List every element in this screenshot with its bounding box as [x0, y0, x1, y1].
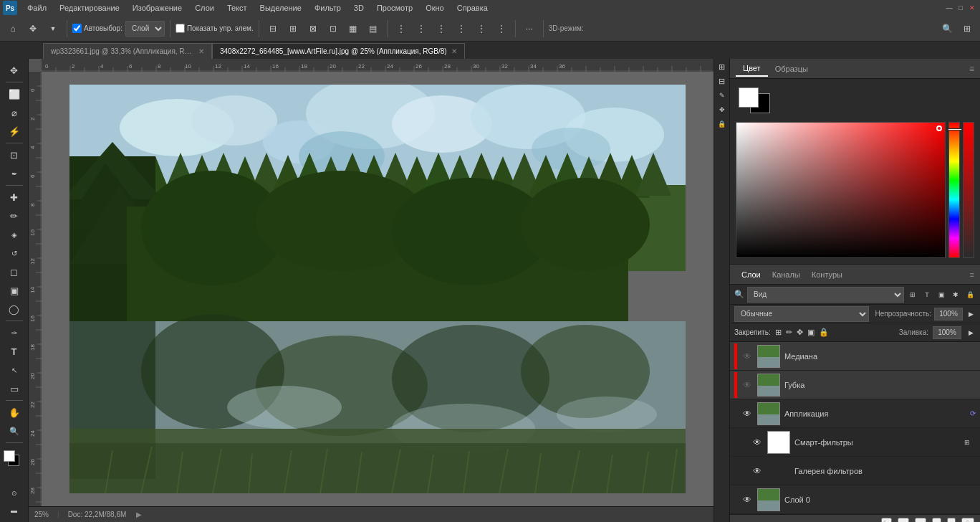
layers-panel-menu[interactable]: ≡: [970, 270, 974, 279]
menu-help[interactable]: Справка: [451, 2, 494, 14]
lock-pixels-icon[interactable]: ⊞: [775, 328, 782, 337]
distribute-3-icon[interactable]: ⋮: [433, 20, 450, 37]
tab-1[interactable]: wp3323661.jpg @ 33,3% (Аппликация, RGB/8…: [43, 43, 212, 59]
filter-icon-4[interactable]: ✱: [950, 289, 961, 300]
shape-tool[interactable]: ▭: [4, 380, 25, 397]
align-top-icon[interactable]: ⊡: [325, 20, 342, 37]
transform-checkbox[interactable]: [176, 24, 185, 33]
distribute-6-icon[interactable]: ⋮: [493, 20, 510, 37]
screen-mode-tool[interactable]: ▬: [4, 502, 25, 519]
gradient-tool[interactable]: ▣: [4, 282, 25, 299]
layer-sloi0[interactable]: 👁 Слой 0: [730, 485, 980, 514]
fill-arrow[interactable]: ▶: [966, 324, 976, 341]
filter-icon-5[interactable]: 🔒: [964, 289, 976, 300]
status-arrow[interactable]: ▶: [136, 511, 142, 518]
tab-paths[interactable]: Контуры: [806, 267, 848, 282]
menu-window[interactable]: Окно: [420, 2, 450, 14]
blend-mode-select[interactable]: Обычные: [734, 306, 869, 322]
layer-smart-filters-visibility[interactable]: 👁: [751, 437, 763, 448]
layer-applikaciya-visibility[interactable]: 👁: [741, 408, 753, 419]
align-left-icon[interactable]: ⊟: [264, 20, 282, 37]
move-tool-button[interactable]: ✥: [24, 20, 42, 37]
layer-smart-filters[interactable]: 👁 Смарт-фильтры ⊞: [730, 428, 980, 457]
filter-icon-3[interactable]: ▣: [936, 289, 947, 300]
quick-mask-tool[interactable]: ⊙: [4, 485, 25, 502]
fill-input[interactable]: [933, 326, 961, 339]
panel-menu-icon[interactable]: ≡: [969, 64, 974, 74]
rect-select-tool[interactable]: ⬜: [4, 85, 25, 103]
tab-1-close[interactable]: ✕: [198, 47, 204, 55]
workspace-button[interactable]: ⊞: [959, 20, 976, 37]
layer-group-button[interactable]: □: [932, 518, 941, 523]
autoselect-checkbox[interactable]: [72, 24, 82, 33]
lock-all-icon[interactable]: 🔒: [819, 328, 829, 337]
opacity-input[interactable]: [934, 308, 963, 321]
layer-adjustment-button[interactable]: ◑: [915, 518, 926, 523]
filter-icon-1[interactable]: ⊞: [907, 289, 918, 300]
layer-galereya[interactable]: 👁 Галерея фильтров: [730, 457, 980, 485]
layer-mediana[interactable]: 👁 Медиана: [730, 342, 980, 371]
lock-move-icon[interactable]: ✥: [797, 328, 803, 337]
align-right-icon[interactable]: ⊠: [304, 20, 322, 37]
quick-select-tool[interactable]: ⚡: [4, 123, 25, 140]
layer-applikaciya[interactable]: 👁 Аппликация ⟳: [730, 399, 980, 428]
maximize-button[interactable]: □: [956, 3, 966, 13]
layer-mask-button[interactable]: ◻: [898, 518, 909, 523]
menu-edit[interactable]: Редактирование: [54, 2, 125, 14]
lock-position-icon[interactable]: ✏: [786, 328, 792, 337]
lasso-tool[interactable]: ⌀: [4, 104, 25, 121]
minimize-button[interactable]: —: [944, 3, 954, 13]
align-center-v-icon[interactable]: ⊞: [284, 20, 302, 37]
menu-view[interactable]: Просмотр: [371, 2, 418, 14]
crop-tool[interactable]: ⊡: [4, 146, 25, 163]
layers-filter-select[interactable]: Вид: [747, 287, 904, 303]
opacity-arrow[interactable]: ▶: [966, 305, 976, 323]
brush-tool[interactable]: ✏: [4, 207, 25, 224]
hand-tool[interactable]: ✋: [4, 404, 25, 421]
canvas-viewport[interactable]: [42, 72, 714, 506]
strip-btn-2[interactable]: ⊟: [716, 75, 729, 87]
healing-tool[interactable]: ✚: [4, 189, 25, 206]
fg-color-swatch[interactable]: [4, 450, 15, 462]
distribute-5-icon[interactable]: ⋮: [473, 20, 490, 37]
close-button[interactable]: ✕: [967, 3, 977, 13]
path-select-tool[interactable]: ↖: [4, 361, 25, 379]
distribute-1-icon[interactable]: ⋮: [393, 20, 410, 37]
arrow-down-icon[interactable]: ▼: [44, 20, 62, 37]
layer-gubka[interactable]: 👁 Губка: [730, 371, 980, 399]
layer-delete-button[interactable]: 🗑: [961, 518, 974, 523]
strip-btn-1[interactable]: ⊞: [716, 60, 729, 73]
strip-btn-5[interactable]: 🔒: [716, 118, 729, 130]
align-bottom-icon[interactable]: ▤: [365, 20, 382, 37]
pen-tool[interactable]: ✑: [4, 324, 25, 341]
tab-samples[interactable]: Образцы: [768, 62, 815, 76]
layer-mediana-visibility[interactable]: 👁: [741, 351, 753, 362]
clone-tool[interactable]: ◈: [4, 226, 25, 243]
text-tool[interactable]: T: [4, 343, 25, 360]
menu-filter[interactable]: Фильтр: [309, 2, 347, 14]
hue-bar[interactable]: [948, 122, 960, 258]
alpha-bar[interactable]: [963, 122, 974, 258]
layer-galereya-visibility[interactable]: 👁: [751, 465, 763, 477]
strip-btn-4[interactable]: ✥: [716, 103, 729, 116]
layer-fx-button[interactable]: fx: [881, 518, 892, 523]
tab-2-close[interactable]: ✕: [451, 47, 457, 55]
more-options-icon[interactable]: ···: [521, 20, 538, 37]
eraser-tool[interactable]: ◻: [4, 263, 25, 280]
move-tool[interactable]: ✥: [4, 62, 25, 79]
tab-color[interactable]: Цвет: [736, 61, 768, 77]
menu-text[interactable]: Текст: [221, 2, 253, 14]
tab-2[interactable]: 3408x2272_664485_[www.ArtFile.ru].jpg @ …: [212, 43, 465, 59]
menu-select[interactable]: Выделение: [254, 2, 307, 14]
dodge-tool[interactable]: ◯: [4, 300, 25, 318]
layer-new-button[interactable]: +: [947, 518, 956, 523]
home-button[interactable]: ⌂: [4, 20, 21, 37]
menu-file[interactable]: Файл: [21, 2, 52, 14]
menu-3d[interactable]: 3D: [348, 2, 370, 14]
layer-sloi0-visibility[interactable]: 👁: [741, 494, 753, 506]
menu-image[interactable]: Изображение: [127, 2, 188, 14]
distribute-4-icon[interactable]: ⋮: [453, 20, 470, 37]
fg-color-panel-swatch[interactable]: [739, 87, 759, 108]
layer-gubka-visibility[interactable]: 👁: [741, 379, 753, 391]
autoselect-select[interactable]: Слой: [125, 21, 165, 37]
